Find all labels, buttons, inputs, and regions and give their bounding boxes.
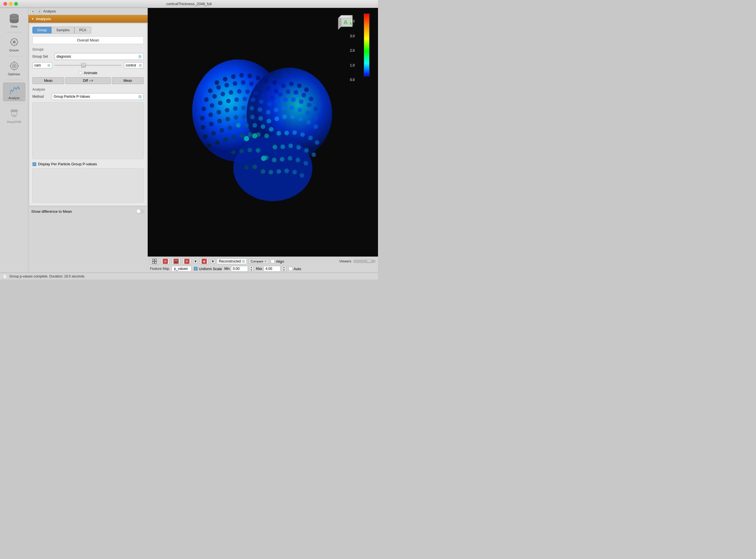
sidebar-item-analyze[interactable]: Analyze (3, 82, 26, 102)
reconstructed-arrow-icon: ⊞ (242, 259, 245, 263)
svg-point-63 (275, 99, 279, 104)
group-set-select[interactable]: diagnosis ⊞ (54, 53, 144, 60)
main-container: Data Groom (0, 8, 378, 273)
svg-point-95 (290, 114, 295, 119)
sidebar-item-groom[interactable]: Groom (3, 35, 26, 54)
svg-point-69 (200, 116, 205, 120)
reconstructed-label: Reconstructed (219, 259, 241, 263)
auto-label: Auto (294, 267, 301, 271)
svg-point-67 (307, 103, 311, 107)
svg-point-24 (256, 75, 260, 80)
sidebar-item-optimize[interactable]: Optimize (3, 59, 26, 77)
svg-point-61 (259, 99, 264, 104)
tab-samples[interactable]: Samples (51, 27, 74, 33)
dropdown-btn-1[interactable]: ▼ (193, 259, 198, 264)
max-input[interactable] (264, 266, 281, 271)
group-set-value: diagnosis (56, 54, 71, 59)
svg-point-115 (215, 140, 219, 144)
sidebar-item-data[interactable]: Data (3, 11, 26, 30)
svg-point-107 (269, 127, 273, 132)
svg-point-126 (304, 148, 309, 153)
panel-close-btn[interactable]: ✕ (31, 9, 35, 14)
analysis-subsection-label: Analysis (32, 88, 144, 91)
svg-point-31 (241, 80, 245, 85)
settings-btn[interactable]: ⚙ (182, 258, 191, 265)
svg-point-83 (313, 115, 317, 119)
max-up-btn[interactable]: ▲ (282, 266, 286, 269)
align-checkbox[interactable] (271, 259, 275, 263)
panel-refresh-btn[interactable]: ↺ (37, 9, 42, 14)
sidebar-divider-3 (6, 80, 23, 80)
svg-point-143 (284, 169, 289, 173)
animate-radio[interactable] (79, 71, 82, 75)
svg-point-38 (297, 83, 301, 88)
align-label: Align (276, 259, 284, 264)
left-mean-button[interactable]: Mean (32, 77, 64, 84)
viewport-3d[interactable]: A L 4.0 3.0 2.0 1.0 0.0 (148, 8, 378, 256)
group-slider-track[interactable] (54, 65, 121, 66)
toolbar-row-1: ⊟ 📷 ⚙ ▼ ◉ ▼ Reconstructed ⊞ (150, 258, 376, 265)
minimize-button[interactable] (9, 2, 13, 6)
collapse-arrow-icon[interactable]: ▼ (31, 17, 34, 20)
svg-point-108 (276, 131, 281, 135)
screenshot-btn[interactable]: 📷 (171, 258, 181, 265)
scale-max: 4.0 (350, 19, 355, 23)
min-stepper[interactable]: ▲ ▼ (249, 266, 254, 271)
panel-title: Analysis (43, 9, 56, 13)
grid-view-btn[interactable] (150, 258, 159, 265)
svg-point-125 (296, 145, 301, 150)
svg-rect-153 (155, 262, 157, 264)
min-up-btn[interactable]: ▲ (249, 266, 253, 269)
right-group-select[interactable]: control ⊞ (124, 62, 144, 68)
glyph-icon: ◉ (202, 259, 207, 264)
svg-point-86 (217, 119, 222, 123)
sidebar-divider-2 (6, 56, 23, 56)
animate-label: Animate (84, 71, 97, 75)
svg-point-55 (210, 103, 214, 108)
viewers-thumb[interactable] (367, 260, 372, 263)
method-select[interactable]: Group Particle P-Values ⊞ (52, 93, 144, 100)
glyph-btn[interactable]: ◉ (200, 258, 209, 265)
left-group-select[interactable]: cam ⊞ (32, 62, 52, 68)
svg-point-74 (241, 105, 246, 110)
svg-point-146 (244, 136, 249, 141)
tab-pca[interactable]: PCA (74, 27, 91, 33)
dropdown-btn-2[interactable]: ▼ (210, 259, 215, 264)
overall-mean-bar[interactable]: Overall Mean (32, 36, 144, 44)
right-group-arrow-icon: ⊞ (139, 63, 142, 67)
checkbox-label: Display Per Particle Group P-values (38, 162, 97, 166)
maximize-button[interactable] (14, 2, 18, 6)
uniform-scale-checkbox[interactable]: ✓ (194, 267, 198, 271)
sidebar-item-deepssm[interactable]: DeepSSM (3, 106, 26, 125)
viewers-slider[interactable] (353, 260, 376, 263)
svg-point-57 (226, 98, 231, 103)
svg-point-85 (209, 121, 213, 126)
svg-point-111 (300, 132, 305, 137)
diff-button[interactable]: Diff --> (65, 77, 111, 84)
svg-point-96 (298, 116, 303, 121)
close-button[interactable] (3, 2, 7, 6)
svg-point-88 (233, 115, 238, 119)
compare-btn[interactable]: Compare ▼ (249, 259, 269, 264)
svg-point-20 (223, 77, 227, 81)
p-values-checkbox[interactable]: ✓ (32, 162, 36, 166)
tab-group[interactable]: Group (32, 27, 51, 33)
auto-checkbox[interactable] (289, 267, 293, 271)
reconstructed-select[interactable]: Reconstructed ⊞ (217, 259, 247, 264)
right-mean-button[interactable]: Mean (112, 77, 144, 84)
layout-btn[interactable]: ⊟ (161, 258, 170, 265)
max-stepper[interactable]: ▲ ▼ (282, 266, 286, 271)
show-diff-toggle[interactable] (136, 209, 145, 214)
analysis-panel-container: ✕ ↺ Analysis ▼ Analysis Group Samples PC… (28, 8, 148, 273)
max-down-btn[interactable]: ▼ (282, 269, 286, 271)
feature-map-value[interactable]: p_values (171, 266, 191, 271)
group-slider-thumb[interactable] (81, 63, 86, 68)
tab-bar: Group Samples PCA (32, 27, 144, 33)
viewers-label: Viewers (339, 259, 351, 263)
min-input[interactable] (231, 266, 248, 271)
status-icon: 📄 (3, 274, 7, 278)
svg-point-142 (276, 169, 281, 174)
scale-min: 0.0 (350, 78, 355, 82)
svg-point-105 (252, 123, 257, 128)
min-down-btn[interactable]: ▼ (249, 269, 253, 271)
